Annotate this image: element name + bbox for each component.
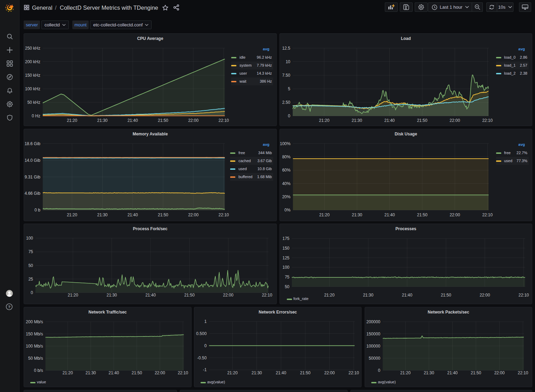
svg-text:50000: 50000 xyxy=(369,356,381,361)
svg-text:50 Mb/s: 50 Mb/s xyxy=(28,356,43,361)
svg-text:0: 0 xyxy=(378,368,380,373)
svg-text:200000: 200000 xyxy=(366,319,380,324)
svg-text:125: 125 xyxy=(282,256,289,260)
svg-text:0.500: 0.500 xyxy=(196,331,206,336)
svg-text:22:10: 22:10 xyxy=(178,370,188,375)
svg-text:100: 100 xyxy=(26,236,33,241)
svg-text:21:40: 21:40 xyxy=(108,370,119,375)
svg-text:21:40: 21:40 xyxy=(145,293,156,298)
svg-text:21:40: 21:40 xyxy=(402,293,412,298)
svg-text:175: 175 xyxy=(282,236,289,241)
svg-text:75: 75 xyxy=(29,249,33,254)
svg-text:100 Mb/s: 100 Mb/s xyxy=(26,344,43,349)
svg-text:22:00: 22:00 xyxy=(494,370,505,375)
svg-text:22:00: 22:00 xyxy=(155,370,165,375)
svg-text:22:00: 22:00 xyxy=(480,293,490,298)
svg-text:?: ? xyxy=(8,305,10,309)
svg-text:-0.50: -0.50 xyxy=(197,356,207,360)
svg-text:0: 0 xyxy=(204,343,207,348)
svg-text:21:40: 21:40 xyxy=(276,370,286,375)
svg-text:50: 50 xyxy=(285,284,290,289)
svg-text:22:10: 22:10 xyxy=(349,370,359,375)
svg-text:22:10: 22:10 xyxy=(518,370,528,375)
svg-text:75: 75 xyxy=(285,275,290,280)
svg-text:50: 50 xyxy=(29,263,33,268)
svg-text:1: 1 xyxy=(204,319,207,324)
svg-text:21:30: 21:30 xyxy=(424,370,434,375)
svg-text:21:50: 21:50 xyxy=(471,370,481,375)
svg-text:21:20: 21:20 xyxy=(68,293,78,298)
svg-text:22:10: 22:10 xyxy=(518,293,529,298)
svg-text:21:30: 21:30 xyxy=(363,293,373,298)
svg-text:0: 0 xyxy=(31,290,33,295)
svg-text:21:50: 21:50 xyxy=(441,293,451,298)
svg-text:22:00: 22:00 xyxy=(324,370,335,375)
svg-text:21:20: 21:20 xyxy=(227,370,238,375)
svg-text:21:50: 21:50 xyxy=(300,370,310,375)
svg-text:150000: 150000 xyxy=(366,332,380,336)
svg-text:21:50: 21:50 xyxy=(132,370,142,375)
svg-text:21:20: 21:20 xyxy=(400,370,411,375)
svg-text:21:20: 21:20 xyxy=(324,293,334,298)
svg-text:22:10: 22:10 xyxy=(262,293,272,298)
svg-text:100: 100 xyxy=(282,265,289,270)
svg-text:200 Mb/s: 200 Mb/s xyxy=(26,319,43,324)
svg-text:21:40: 21:40 xyxy=(447,370,457,375)
svg-text:0 b/s: 0 b/s xyxy=(34,368,43,373)
svg-text:21:30: 21:30 xyxy=(106,293,117,298)
svg-text:150: 150 xyxy=(282,246,289,251)
svg-text:22:00: 22:00 xyxy=(223,293,233,298)
svg-text:21:30: 21:30 xyxy=(251,370,262,375)
svg-text:-1: -1 xyxy=(203,367,207,372)
svg-text:150 Mb/s: 150 Mb/s xyxy=(26,332,43,336)
svg-text:21:30: 21:30 xyxy=(86,370,96,375)
svg-text:21:20: 21:20 xyxy=(63,370,73,375)
svg-text:21:50: 21:50 xyxy=(184,293,195,298)
svg-text:100000: 100000 xyxy=(366,344,380,349)
svg-text:25: 25 xyxy=(29,277,33,282)
